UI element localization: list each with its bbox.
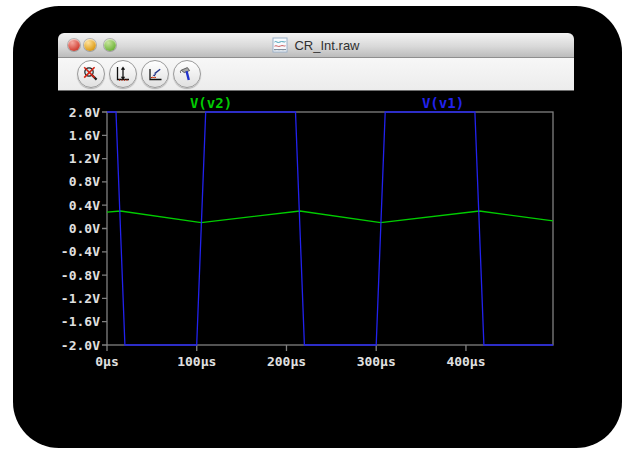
y-tick-label: -0.4V	[61, 244, 100, 259]
trace-vv2	[107, 211, 553, 223]
x-tick-label: 200µs	[267, 354, 306, 369]
x-tick-label: 0µs	[95, 354, 118, 369]
titlebar[interactable]: CR_Int.raw	[58, 33, 574, 58]
magnifier-crossed-icon	[82, 65, 100, 83]
y-tick-label: -1.6V	[61, 314, 100, 329]
y-tick-label: -1.2V	[61, 291, 100, 306]
minimize-button[interactable]	[84, 39, 96, 51]
plot-cursor-icon	[146, 65, 164, 83]
waveform-plot[interactable]: 2.0V1.6V1.2V0.8V0.4V0.0V-0.4V-0.8V-1.2V-…	[58, 91, 574, 425]
window-title: CR_Int.raw	[294, 38, 359, 53]
x-tick-label: 100µs	[177, 354, 216, 369]
zoom-window-button[interactable]	[104, 39, 116, 51]
window-title-group: CR_Int.raw	[272, 37, 359, 53]
plot-pane[interactable]: V(v2) V(v1) 2.0V1.6V1.2V0.8V0.4V0.0V-0.4…	[58, 91, 574, 425]
y-tick-label: 1.6V	[69, 128, 100, 143]
plot-settings-button[interactable]	[141, 60, 169, 88]
y-tick-label: 2.0V	[69, 105, 100, 120]
x-tick-label: 400µs	[446, 354, 485, 369]
toolbar	[58, 58, 574, 91]
y-tick-label: -0.8V	[61, 268, 100, 283]
app-window: CR_Int.raw	[58, 33, 574, 425]
close-button[interactable]	[68, 39, 80, 51]
axis-vertical-arrows-icon	[114, 65, 132, 83]
control-panel-button[interactable]	[173, 60, 201, 88]
x-tick-label: 300µs	[357, 354, 396, 369]
y-tick-label: 1.2V	[69, 151, 100, 166]
y-tick-label: 0.8V	[69, 174, 100, 189]
autorange-button[interactable]	[109, 60, 137, 88]
hammer-icon	[178, 65, 196, 83]
y-tick-label: 0.0V	[69, 221, 100, 236]
screenshot-canvas: CR_Int.raw	[0, 0, 631, 455]
waveform-file-icon	[272, 37, 288, 53]
zoom-back-button[interactable]	[77, 60, 105, 88]
trace-vv1	[107, 112, 553, 345]
y-tick-label: -2.0V	[61, 338, 100, 353]
y-tick-label: 0.4V	[69, 198, 100, 213]
